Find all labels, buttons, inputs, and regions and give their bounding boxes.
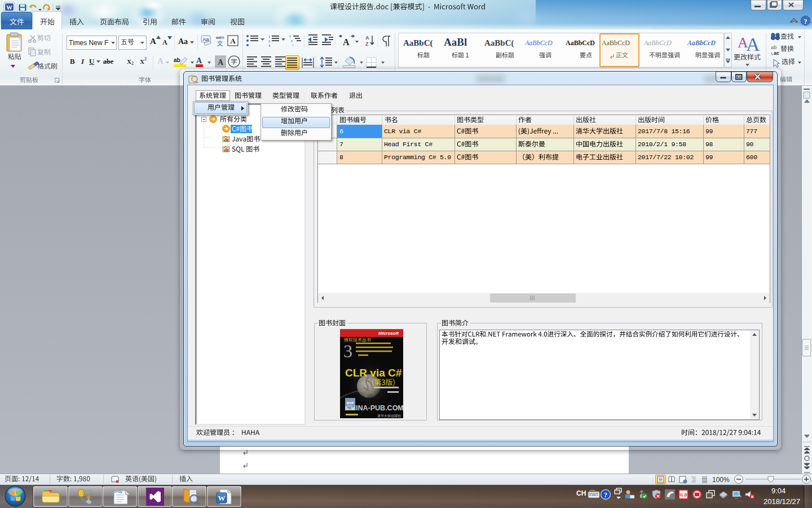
svg-text:3: 3: [268, 44, 271, 47]
svg-text:2: 2: [268, 40, 271, 43]
svg-text:A: A: [230, 37, 236, 45]
svg-text:CLR via C#: CLR via C#: [345, 367, 402, 379]
svg-text:Z: Z: [365, 41, 369, 47]
svg-text:ab: ab: [771, 45, 777, 50]
svg-text:wén: wén: [215, 35, 224, 40]
svg-text:A: A: [365, 35, 369, 41]
svg-text:CHINA-PUB.COM: CHINA-PUB.COM: [346, 404, 403, 412]
svg-text:A: A: [196, 56, 202, 65]
svg-text:ab: ab: [174, 57, 180, 63]
svg-text:A: A: [343, 37, 350, 47]
svg-text:A: A: [218, 58, 224, 67]
svg-text:W: W: [218, 494, 226, 502]
svg-text:ac: ac: [774, 50, 779, 56]
svg-text:W: W: [6, 4, 12, 11]
svg-text:1: 1: [289, 34, 291, 38]
svg-text:?: ?: [804, 17, 807, 25]
svg-text:i: i: [293, 43, 293, 47]
svg-text:3: 3: [343, 341, 352, 361]
svg-text:a: a: [291, 39, 293, 42]
svg-text:Microsoft: Microsoft: [378, 331, 399, 336]
svg-text:?: ?: [604, 491, 607, 499]
svg-text:Aa: Aa: [202, 37, 209, 42]
svg-text:1: 1: [268, 35, 271, 38]
svg-text:A: A: [746, 34, 760, 52]
